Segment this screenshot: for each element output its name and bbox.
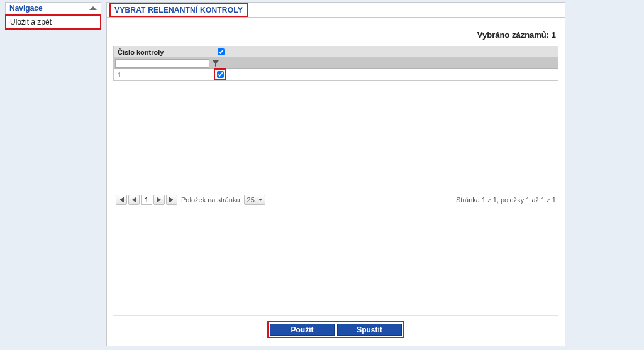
pager-last-button[interactable] [166, 195, 177, 205]
selection-count: 1 [552, 30, 556, 40]
pager-page-size-value: 25 [247, 196, 255, 204]
table-row[interactable]: 1 [114, 69, 558, 80]
grid: Číslo kontroly [113, 46, 558, 81]
pager-next-button[interactable] [153, 195, 165, 205]
select-all-wrap [215, 46, 226, 58]
nav-header[interactable]: Navigace [5, 2, 101, 14]
sidebar: Navigace Uložit a zpět [5, 2, 101, 30]
chevron-up-icon [89, 6, 97, 10]
column-header-number[interactable]: Číslo kontroly [114, 46, 211, 57]
column-header-select [211, 46, 558, 57]
pager-items-label: Položek na stránku [181, 196, 240, 204]
chevron-down-icon [258, 199, 262, 201]
selection-label: Vybráno záznamů: [477, 30, 549, 40]
pager-page-input[interactable] [141, 195, 152, 205]
row-checkbox[interactable] [217, 71, 224, 78]
title-bar: VYBRAT RELENANTNÍ KONTROLY [107, 3, 565, 18]
pager-page-size-select[interactable]: 25 [244, 195, 265, 205]
pager-prev-button[interactable] [128, 195, 140, 205]
pager-first-button[interactable] [116, 195, 127, 205]
filter-icon[interactable] [211, 58, 220, 68]
footer-buttons: Použít Spustit [113, 316, 558, 344]
grid-header-row: Číslo kontroly [114, 46, 558, 58]
main-panel: VYBRAT RELENANTNÍ KONTROLY Vybráno zázna… [106, 2, 565, 346]
footer-buttons-highlight: Použít Spustit [267, 321, 404, 338]
run-button[interactable]: Spustit [337, 324, 402, 336]
grid-filter-row [114, 58, 558, 69]
panel-title: VYBRAT RELENANTNÍ KONTROLY [109, 3, 248, 17]
filter-number-input[interactable] [115, 59, 209, 68]
pager-left: Položek na stránku 25 [116, 195, 265, 205]
select-all-checkbox[interactable] [218, 48, 225, 55]
pager-status: Stránka 1 z 1, položky 1 až 1 z 1 [456, 196, 556, 204]
pager: Položek na stránku 25 Stránka 1 z 1, pol… [113, 191, 558, 207]
row-checkbox-highlight [214, 68, 226, 80]
panel-content: Vybráno záznamů: 1 Číslo kontroly [107, 18, 565, 344]
nav-header-label: Navigace [9, 4, 43, 13]
nav-item-save-back[interactable]: Uložit a zpět [5, 14, 101, 30]
pager-buttons [116, 195, 177, 205]
apply-button[interactable]: Použít [270, 324, 335, 336]
cell-select [211, 69, 558, 80]
selection-summary: Vybráno záznamů: 1 [113, 21, 558, 46]
nav-item-label: Uložit a zpět [10, 18, 52, 26]
cell-number: 1 [114, 69, 211, 80]
